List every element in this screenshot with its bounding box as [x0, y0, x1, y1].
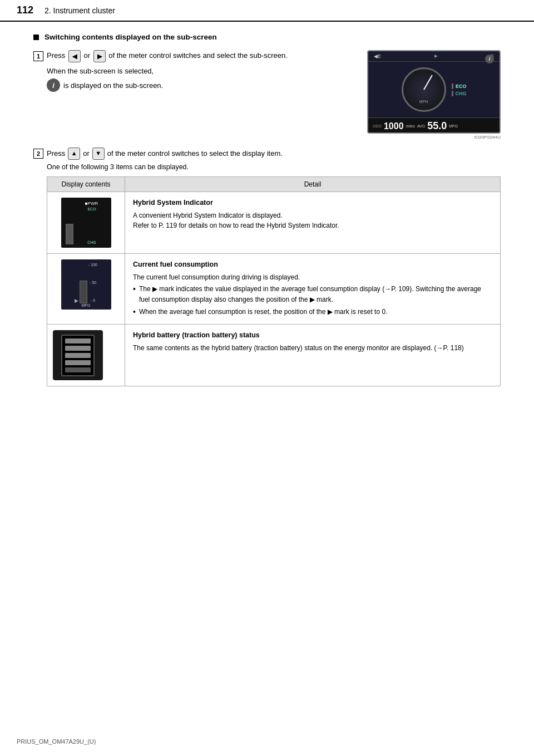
row2-detail: The current fuel consumption during driv…	[133, 272, 492, 317]
eco-label: ECO	[76, 207, 108, 211]
page-container: 112 2. Instrument cluster Switching cont…	[0, 0, 534, 756]
cluster-image: ◀E ▶ F i MPH	[367, 50, 501, 134]
row1-detail-cell: Hybrid System Indicator A convenient Hyb…	[125, 192, 501, 254]
fuel-mpg-label: MPG	[82, 303, 91, 307]
chapter-title: 2. Instrument cluster	[44, 6, 115, 15]
fuel-arrow-area: ▶	[75, 298, 78, 303]
step1-body: Press ◀ or ▶ of the meter control switch…	[47, 50, 501, 140]
row3-detail-cell: Hybrid battery (traction battery) status…	[125, 325, 501, 386]
row2-bullet2-text: When the average fuel consumption is res…	[139, 307, 388, 317]
footer-left-text: PRIUS_OM_OM47A29U_(U)	[17, 738, 96, 745]
cluster-e-label: ◀E	[374, 53, 381, 59]
cluster-main-area: MPH ECO CHG	[368, 62, 500, 117]
row1-title: Hybrid System Indicator	[133, 198, 492, 208]
step1-number: 1	[33, 51, 43, 61]
cluster-needle	[423, 75, 433, 90]
bullet-dot: •	[133, 285, 136, 293]
info-display-line: When the sub-screen is selected,	[47, 67, 356, 75]
row1-detail: A convenient Hybrid System Indicator is …	[133, 210, 492, 231]
hsi-bars: ECO CHG	[65, 207, 108, 244]
table-row: Hybrid battery (traction battery) status…	[47, 325, 501, 386]
col2-header: Detail	[125, 177, 501, 192]
battery-seg2	[65, 346, 91, 351]
step1-of-the: of the	[108, 51, 127, 60]
step1-press: Press	[47, 51, 65, 60]
step2-or: or	[83, 148, 90, 160]
step1-main-text: Press ◀ or ▶ of the meter control switch…	[47, 50, 356, 62]
down-arrow-button[interactable]: ▼	[92, 148, 105, 160]
step1-subtext1: When the sub-screen is selected,	[47, 67, 154, 75]
table-row: ■PWR ECO CHG	[47, 192, 501, 254]
battery-seg1	[65, 338, 91, 343]
section-bullet	[33, 35, 39, 40]
right-arrow-button[interactable]: ▶	[93, 50, 106, 62]
cluster-right-indicators: ECO CHG	[452, 84, 467, 96]
battery-seg3	[65, 353, 91, 358]
hsi-graphic: ■PWR ECO CHG	[61, 198, 111, 248]
cluster-mph-label: MPH	[419, 100, 428, 104]
battery-seg4	[65, 360, 91, 365]
step1-or1: or	[83, 51, 90, 60]
up-arrow-button[interactable]: ▲	[68, 148, 80, 160]
chg-label: CHG	[76, 240, 108, 244]
step2-press: Press	[47, 148, 65, 160]
fuel-0: - 0	[88, 298, 97, 302]
step2-block: 2 Press ▲ or ▼ of the meter control swit…	[33, 148, 501, 386]
fuel-50: - 50	[88, 281, 97, 284]
col1-header: Display contents	[47, 177, 125, 192]
cluster-speedometer: MPH	[402, 67, 446, 112]
chg-indicator: CHG	[452, 91, 467, 96]
table-row: ▶ - 100 - 50 - 0	[47, 254, 501, 325]
display-table: Display contents Detail ■PWR	[47, 176, 501, 386]
fuel-bar-area: ▶ - 100 - 50 - 0	[72, 264, 100, 306]
fuel-arrow-icon: ▶	[75, 298, 78, 303]
row2-bullet1: • The ▶ mark indicates the value display…	[133, 284, 492, 305]
header-bar: 112 2. Instrument cluster	[0, 0, 534, 22]
row3-detail: The same contents as the hybrid battery …	[133, 343, 492, 354]
cluster-info-icon: i	[485, 55, 494, 63]
cluster-image-label: IO20PS044U	[367, 135, 501, 140]
info-icon-line: i is displayed on the sub-screen.	[47, 78, 356, 92]
step2-number: 2	[33, 149, 43, 159]
cluster-mpg-value: 55.0	[427, 120, 447, 132]
step1-content: Press ◀ or ▶ of the meter control switch…	[47, 50, 501, 140]
row2-detail-cell: Current fuel consumption The current fue…	[125, 254, 501, 325]
pwr-label: ■PWR	[76, 201, 108, 206]
row1-image-cell: ■PWR ECO CHG	[47, 192, 125, 254]
row2-image-cell: ▶ - 100 - 50 - 0	[47, 254, 125, 325]
battery-seg5	[65, 367, 91, 372]
page-number: 112	[17, 4, 44, 16]
row2-bullet1-text: The ▶ mark indicates the value displayed…	[139, 284, 492, 305]
info-icon: i	[47, 78, 60, 92]
eco-indicator: ECO	[452, 84, 467, 89]
bullet-dot2: •	[133, 308, 136, 316]
battery-segments	[62, 336, 93, 375]
step1-subtext2: is displayed on the sub-screen.	[63, 81, 163, 90]
cluster-top-bar: ◀E ▶ F	[368, 51, 500, 62]
row2-bullet2: • When the average fuel consumption is r…	[133, 307, 492, 317]
footer: PRIUS_OM_OM47A29U_(U)	[17, 738, 517, 745]
step1-text: Press ◀ or ▶ of the meter control switch…	[47, 50, 356, 95]
cluster-arrow-indicator: ▶	[434, 53, 438, 59]
step2-of-text: of the meter control switches to select …	[107, 148, 283, 160]
cluster-odo-label: ODO	[373, 124, 382, 128]
step2-main-text: Press ▲ or ▼ of the meter control switch…	[47, 148, 501, 160]
fuel-graphic: ▶ - 100 - 50 - 0	[61, 259, 111, 310]
hsi-labels: ECO CHG	[76, 207, 108, 244]
row3-image-cell	[47, 325, 125, 386]
hsi-bar	[66, 224, 73, 244]
hsi-bar-col	[65, 207, 75, 244]
cluster-image-area: ◀E ▶ F i MPH	[367, 50, 501, 140]
battery-graphic	[53, 330, 103, 380]
step2-content: Press ▲ or ▼ of the meter control switch…	[47, 148, 501, 386]
section-heading: Switching contents displayed on the sub-…	[33, 33, 501, 41]
battery-inner	[61, 335, 95, 376]
cluster-mpg-unit: MPG	[449, 124, 458, 128]
cluster-bottom-bar: ODO 1000 miles AVG 55.0 MPG	[368, 117, 500, 134]
step2-subtext: One of the following 3 items can be disp…	[47, 163, 501, 171]
cluster-speed-value: 1000	[384, 121, 404, 131]
main-content: Switching contents displayed on the sub-…	[0, 22, 534, 416]
step1-block: 1 Press ◀ or ▶ of the meter control swit…	[33, 50, 501, 140]
left-arrow-button[interactable]: ◀	[68, 50, 81, 62]
fuel-scale: - 100 - 50 - 0	[88, 262, 97, 303]
